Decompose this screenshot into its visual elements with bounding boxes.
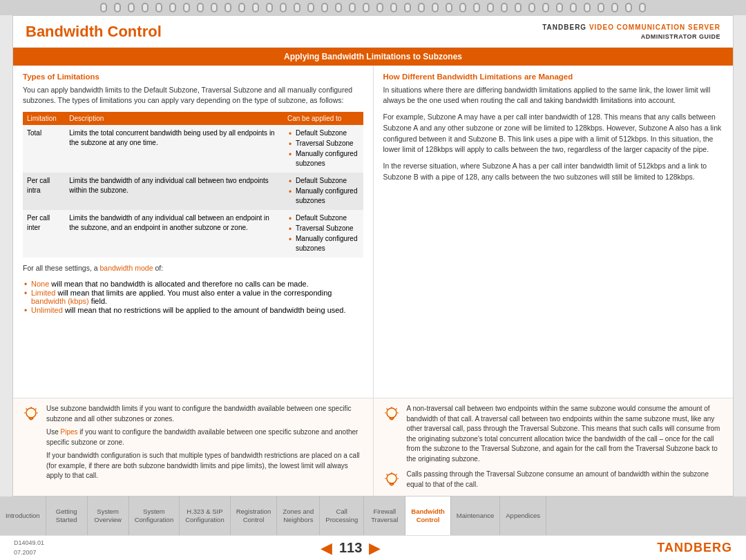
description-cell: Limits the bandwidth of any individual c… (65, 173, 283, 210)
spiral-dot (100, 3, 107, 12)
section-title-bar: Applying Bandwidth Limitations to Subzon… (13, 48, 733, 66)
col-right: How Different Bandwidth Limitations are … (374, 66, 734, 398)
tab-firewall-traversal[interactable]: FirewallTraversal (364, 496, 405, 535)
table-header-applies: Can be applied to (283, 112, 363, 125)
svg-point-16 (387, 474, 396, 483)
info-box-right: A non-traversal call between two endpoin… (374, 398, 734, 496)
next-page-button[interactable]: ▶ (369, 539, 381, 557)
spiral-dot (542, 3, 549, 12)
right-para-3: In the reverse situation, where Subzone … (383, 161, 724, 183)
tab-zones-neighbors[interactable]: Zones andNeighbors (277, 496, 320, 535)
spiral-dot (363, 3, 370, 12)
main-content: Bandwidth Control TANDBERG VIDEO COMMUNI… (12, 15, 734, 496)
brand-product: VIDEO COMMUNICATION SERVER (589, 23, 720, 31)
bulb-icon-2 (382, 405, 401, 425)
info-left-text: Use subzone bandwidth limits if you want… (46, 404, 365, 481)
spiral-dot (528, 3, 535, 12)
unlimited-label: Unlimited (31, 306, 63, 314)
spiral-dot (335, 3, 342, 12)
info-right-text-1: A non-traversal call between two endpoin… (407, 404, 725, 464)
page-header: Bandwidth Control TANDBERG VIDEO COMMUNI… (13, 16, 733, 48)
bulb-icon (21, 405, 41, 425)
spiral-dot (197, 3, 204, 12)
tab-getting-started[interactable]: GettingStarted (46, 496, 88, 535)
info-right-texts: A non-traversal call between two endpoin… (382, 404, 725, 490)
spiral-dot (280, 3, 287, 12)
brand-tandberg: TANDBERG (542, 23, 589, 31)
mode-bullet-list: None will mean that no bandwidth is allo… (23, 280, 363, 314)
spiral-dot (459, 3, 466, 12)
tab-maintenance[interactable]: Maintenance (451, 496, 500, 535)
tab-system-overview[interactable]: SystemOverview (88, 496, 129, 535)
col-left: Types of Limitations You can apply bandw… (13, 66, 374, 398)
pipes-link[interactable]: Pipes (61, 428, 78, 436)
svg-line-5 (35, 409, 37, 410)
table-row: Total Limits the total concurrent bandwi… (23, 125, 363, 173)
bulb-icon-3 (382, 471, 401, 490)
spiral-dot (238, 3, 245, 12)
info-left-text-2: Use Pipes if you want to configure the b… (46, 427, 365, 447)
doc-date: 07.2007 (14, 549, 37, 556)
spiral-dot (349, 3, 356, 12)
spiral-dot (404, 3, 411, 12)
tab-introduction[interactable]: Introduction (0, 496, 46, 535)
svg-line-13 (396, 409, 397, 410)
table-row: Per call inter Limits the bandwidth of a… (23, 210, 363, 258)
tab-h323-sip[interactable]: H.323 & SIPConfiguration (180, 496, 231, 535)
spiral-dot (446, 3, 452, 12)
spiral-dot (266, 3, 273, 12)
table-header-description: Description (65, 112, 283, 125)
spiral-dot (584, 3, 591, 12)
brand-name: TANDBERG VIDEO COMMUNICATION SERVER (542, 23, 720, 32)
applies-cell: Default Subzone Manually configured subz… (283, 173, 363, 210)
none-label: None (31, 280, 49, 288)
spiral-dot (224, 3, 231, 12)
svg-line-4 (26, 409, 28, 410)
applies-cell: Default Subzone Traversal Subzone Manual… (283, 125, 363, 173)
spiral-dot (501, 3, 508, 12)
svg-point-0 (26, 408, 36, 418)
svg-line-12 (386, 409, 388, 410)
info-right-text-2: Calls passing through the Traversal Subz… (407, 470, 725, 490)
svg-line-21 (396, 474, 397, 476)
tab-system-config[interactable]: SystemConfiguration (129, 496, 180, 535)
spiral-dot (418, 3, 425, 12)
limitations-table: Limitation Description Can be applied to… (23, 112, 363, 258)
spiral-dot (639, 3, 646, 12)
description-cell: Limits the bandwidth of any individual c… (65, 210, 283, 258)
spiral-dot (128, 3, 135, 12)
applies-cell: Default Subzone Traversal Subzone Manual… (283, 210, 363, 258)
page-title: Bandwidth Control (26, 23, 162, 41)
page-wrapper: Bandwidth Control TANDBERG VIDEO COMMUNI… (0, 0, 746, 560)
left-col-heading: Types of Limitations (23, 73, 363, 81)
right-col-heading: How Different Bandwidth Limitations are … (383, 73, 724, 81)
spiral-dot (570, 3, 577, 12)
bandwidth-mode-link[interactable]: bandwidth mode (99, 264, 153, 272)
spiral-dot (114, 3, 121, 12)
footer-text: For all these settings, a bandwidth mode… (23, 263, 363, 274)
bandwidth-kbps-link[interactable]: bandwidth (kbps) (31, 297, 89, 305)
doc-number: D14049.01 (14, 539, 44, 546)
spiral-dot (169, 3, 176, 12)
info-box-left: Use subzone bandwidth limits if you want… (13, 398, 374, 496)
spiral-dot (142, 3, 149, 12)
brand-block: TANDBERG VIDEO COMMUNICATION SERVER ADMI… (542, 23, 720, 41)
info-left-text-3: If your bandwidth configuration is such … (46, 451, 365, 481)
prev-page-button[interactable]: ◀ (321, 539, 332, 557)
tab-appendices[interactable]: Appendices (500, 496, 546, 535)
spiral-dot (155, 3, 162, 12)
two-col-body: Types of Limitations You can apply bandw… (13, 66, 733, 398)
spiral-dot (487, 3, 494, 12)
page-footer: D14049.01 07.2007 ◀ 113 ▶ TANDBERG (0, 535, 746, 560)
right-para-2: For example, Subzone A may have a per ca… (383, 112, 724, 155)
tab-registration[interactable]: RegistrationControl (231, 496, 278, 535)
bottom-nav: Introduction GettingStarted SystemOvervi… (0, 496, 746, 535)
tab-bandwidth-control[interactable]: BandwidthControl (405, 496, 451, 535)
bullet-unlimited: Unlimited will mean that no restrictions… (23, 306, 363, 314)
brand-guide: ADMINISTRATOR GUIDE (542, 32, 720, 41)
svg-point-8 (387, 408, 396, 418)
spiral-dot (321, 3, 328, 12)
spiral-dot (432, 3, 439, 12)
footer-doc: D14049.01 07.2007 (14, 539, 44, 557)
tab-call-processing[interactable]: CallProcessing (320, 496, 364, 535)
